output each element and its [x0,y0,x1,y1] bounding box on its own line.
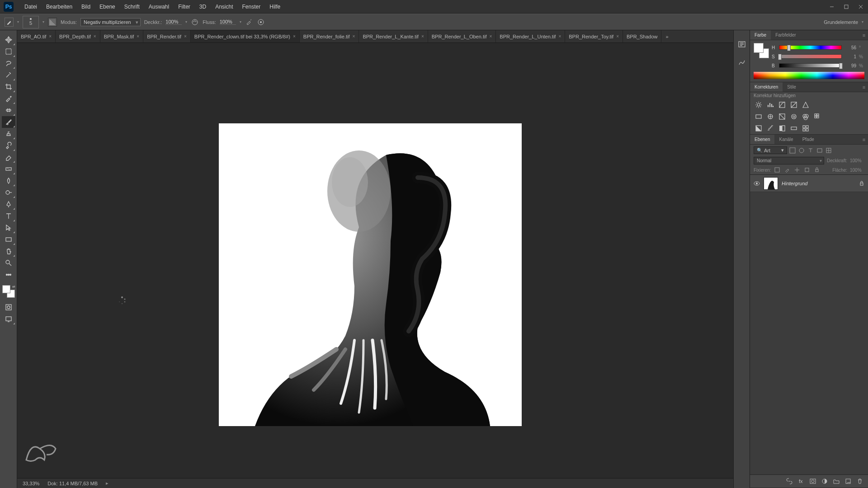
properties-panel-icon[interactable] [737,57,747,67]
menu-file[interactable]: Datei [20,0,42,14]
close-tab-icon[interactable]: × [353,34,355,39]
lock-all-icon[interactable] [813,166,821,174]
styles-tab[interactable]: Stile [783,82,800,92]
close-button[interactable] [854,0,868,13]
lock-pixels-icon[interactable] [783,166,791,174]
hue-slider[interactable] [779,45,842,50]
link-layers-icon[interactable] [786,478,793,485]
layer-list[interactable]: Hintergrund [750,174,868,475]
eraser-tool[interactable] [2,151,15,163]
layers-tab[interactable]: Ebenen [750,135,774,144]
path-selection-tool[interactable] [2,222,15,234]
lock-transparency-icon[interactable] [774,166,781,174]
lock-position-icon[interactable] [793,166,801,174]
channel-mixer-icon[interactable] [802,113,810,121]
color-lookup-icon[interactable] [813,113,821,121]
brightness-icon[interactable] [755,101,763,109]
color-swatches[interactable]: ⇄ [2,285,15,298]
screen-mode-tool[interactable] [2,313,15,325]
pressure-opacity-icon[interactable] [191,18,199,26]
menu-view[interactable]: Ansicht [211,0,237,14]
color-spectrum[interactable] [754,72,864,79]
sat-slider[interactable] [779,54,842,59]
sat-value[interactable]: 1 [844,54,856,59]
hand-tool[interactable] [2,245,15,257]
visibility-icon[interactable] [754,180,760,187]
layer-blend-select[interactable]: Normal [754,157,824,164]
close-tab-icon[interactable]: × [558,34,561,39]
tool-preset-picker[interactable] [5,18,14,27]
brush-preset-picker[interactable]: 5 [23,16,39,28]
document-tab[interactable]: BPR_Render.tif× [143,30,191,42]
group-icon[interactable] [833,478,840,485]
adjustment-layer-icon[interactable] [821,478,828,485]
maximize-button[interactable] [839,0,854,13]
crop-tool[interactable] [2,81,15,93]
document-tab-active[interactable]: BPR_Render_clown.tif bei 33,3% (RGB/8#)× [191,30,300,42]
rectangle-tool[interactable] [2,234,15,245]
channels-tab[interactable]: Kanäle [774,135,797,144]
layer-item[interactable]: Hintergrund [750,175,868,192]
menu-help[interactable]: Hilfe [265,0,285,14]
panel-menu-icon[interactable]: ≡ [860,82,868,92]
menu-edit[interactable]: Bearbeiten [42,0,77,14]
lock-icon[interactable] [859,181,864,186]
healing-brush-tool[interactable] [2,104,15,116]
bri-slider[interactable] [779,63,842,68]
brush-panel-icon[interactable] [48,18,57,27]
menu-image[interactable]: Bild [77,0,95,14]
threshold-icon[interactable] [778,124,786,132]
color-tab[interactable]: Farbe [750,30,771,40]
paths-tab[interactable]: Pfade [798,135,819,144]
hue-value[interactable]: 56 [844,45,856,50]
blend-mode-select[interactable]: Negativ multiplizieren [80,18,141,26]
close-tab-icon[interactable]: × [94,34,96,39]
menu-3d[interactable]: 3D [195,0,211,14]
dodge-tool[interactable] [2,187,15,198]
history-panel-icon[interactable] [737,39,747,49]
blur-tool[interactable] [2,175,15,187]
panel-menu-icon[interactable]: ≡ [860,30,868,40]
chevron-down-icon[interactable]: ▾ [185,20,187,24]
document-tab[interactable]: BPR_Render_folie.tif× [300,30,359,42]
layer-name[interactable]: Hintergrund [782,181,807,186]
layer-filter-select[interactable]: 🔍 Art ▾ [754,146,787,154]
bri-value[interactable]: 99 [844,63,856,68]
history-brush-tool[interactable] [2,140,15,151]
filter-adjust-icon[interactable] [798,147,805,154]
pressure-size-icon[interactable] [257,18,265,26]
document-tab[interactable]: BPR_Render_L_Kante.tif× [359,30,428,42]
photo-filter-icon[interactable] [790,113,798,121]
posterize-icon[interactable] [766,124,774,132]
levels-icon[interactable] [766,101,774,109]
invert-icon[interactable] [755,124,763,132]
panel-menu-icon[interactable]: ≡ [860,135,868,144]
brush-tool[interactable] [2,116,15,128]
layer-opacity-value[interactable]: 100% [850,158,864,163]
workspace-label[interactable]: Grundelemente [824,19,858,25]
bw-icon[interactable] [778,113,786,121]
close-tab-icon[interactable]: × [49,34,52,39]
marquee-tool[interactable] [2,46,15,57]
chevron-down-icon[interactable]: ▾ [240,20,241,24]
zoom-tool[interactable] [2,257,15,269]
filter-smart-icon[interactable] [825,147,832,154]
layer-mask-icon[interactable] [809,478,816,485]
menu-type[interactable]: Schrift [120,0,144,14]
panel-color-swatches[interactable] [754,43,769,58]
canvas[interactable] [219,123,522,426]
adjustments-tab[interactable]: Korrekturen [750,82,783,92]
lasso-tool[interactable] [2,57,15,69]
zoom-level[interactable]: 33,33% [23,481,39,486]
menu-layer[interactable]: Ebene [95,0,120,14]
document-tab[interactable]: BPR_Render_Toy.tif× [565,30,623,42]
filter-shape-icon[interactable] [816,147,823,154]
exposure-icon[interactable] [790,101,798,109]
menu-select[interactable]: Auswahl [144,0,174,14]
lock-nested-icon[interactable] [803,166,811,174]
close-tab-icon[interactable]: × [184,34,187,39]
chevron-down-icon[interactable]: ▾ [42,20,44,24]
layer-fill-value[interactable]: 100% [850,168,864,173]
move-tool[interactable] [2,34,15,46]
quick-mask-tool[interactable] [2,301,15,313]
